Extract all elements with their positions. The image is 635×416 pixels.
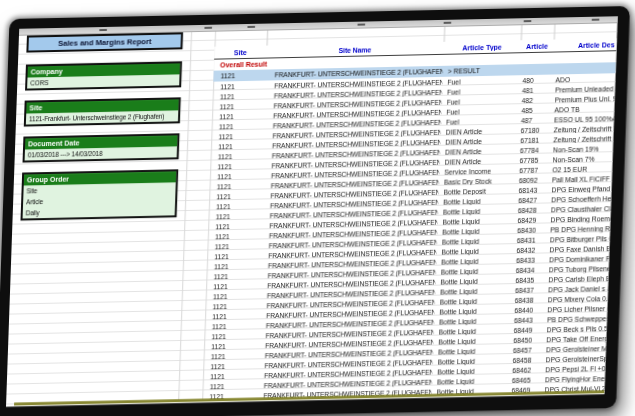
cell-site[interactable]: 1121 bbox=[212, 122, 264, 130]
cell-article-type[interactable]: Bottle Liquid bbox=[432, 357, 509, 366]
cell-article-type[interactable]: > RESULT bbox=[443, 66, 520, 75]
cell-article-type[interactable]: Basic Dry Stock bbox=[439, 177, 516, 186]
cell-site[interactable]: 1121 bbox=[204, 342, 256, 350]
cell-site[interactable]: 1121 bbox=[207, 262, 259, 270]
cell-site[interactable]: 1121 bbox=[206, 272, 258, 280]
cell-site[interactable]: 1121 bbox=[208, 232, 260, 240]
cell-site[interactable]: 1121 bbox=[209, 192, 261, 200]
cell-site[interactable]: 1121 bbox=[213, 72, 265, 80]
cell-article-type[interactable]: Bottle Liquid bbox=[437, 237, 514, 246]
cell-article-desc[interactable]: DPG Take Off Energ 1L + bbox=[543, 335, 606, 343]
cell-article[interactable]: 68458 bbox=[510, 356, 543, 364]
cell-article[interactable]: 67787 bbox=[516, 166, 549, 174]
cell-site[interactable]: 1121 bbox=[206, 282, 258, 290]
cell-article-desc[interactable]: DPG FlyingHor Ene Dri 0 bbox=[542, 375, 605, 383]
cell-article-type[interactable]: Bottle Liquid bbox=[438, 197, 515, 206]
cell-article-type[interactable]: Bottle Liquid bbox=[433, 337, 510, 346]
cell-article[interactable]: 67784 bbox=[517, 146, 550, 154]
cell-article[interactable]: 68450 bbox=[510, 336, 543, 344]
cell-article-type[interactable]: Bottle Deposit bbox=[438, 187, 515, 196]
column-header[interactable]: Article bbox=[520, 42, 553, 50]
filter-value-cell[interactable]: Daily bbox=[23, 204, 175, 218]
cell-article-desc[interactable] bbox=[553, 68, 616, 69]
cell-article[interactable]: 68443 bbox=[511, 316, 544, 324]
cell-article[interactable]: 68432 bbox=[513, 246, 546, 254]
cell-article-type[interactable]: Fuel bbox=[441, 107, 518, 116]
cell-article[interactable]: 68431 bbox=[514, 236, 547, 244]
cell-article-desc[interactable]: DPG Gerolsteiner Med bbox=[543, 345, 606, 353]
cell-site[interactable]: 1121 bbox=[210, 182, 262, 190]
cell-article[interactable]: 68435 bbox=[512, 276, 545, 284]
cell-article-type[interactable]: Bottle Liquid bbox=[434, 317, 511, 326]
cell-article-type[interactable]: Bottle Liquid bbox=[436, 257, 513, 266]
cell-article[interactable]: 68449 bbox=[511, 326, 544, 334]
filter-value-cell[interactable]: 01/03/2018 ---> 14/03/2018 bbox=[25, 146, 177, 160]
cell-site[interactable]: 1121 bbox=[206, 292, 258, 300]
cell-article[interactable]: 68437 bbox=[512, 286, 545, 294]
cell-article-type[interactable]: Bottle Liquid bbox=[433, 347, 510, 356]
cell-article-desc[interactable]: DPG Licher Pilsner 0.5L+ bbox=[544, 305, 607, 313]
cell-article[interactable]: 68427 bbox=[515, 196, 548, 204]
cell-article-type[interactable]: Bottle Liquid bbox=[432, 377, 509, 386]
cell-site[interactable]: 1121 bbox=[210, 162, 262, 170]
cell-article[interactable]: 68457 bbox=[510, 346, 543, 354]
cell-article-type[interactable]: Bottle Liquid bbox=[435, 277, 512, 286]
cell-site[interactable]: 1121 bbox=[208, 222, 260, 230]
cell-article-desc[interactable]: Zeitung / Zeitschrift 19% bbox=[550, 135, 613, 143]
column-header[interactable]: Site bbox=[214, 48, 266, 56]
column-header-strip[interactable] bbox=[19, 16, 618, 36]
cell-site[interactable]: 1121 bbox=[204, 352, 256, 360]
cell-site[interactable]: 1121 bbox=[211, 142, 263, 150]
cell-article-type[interactable]: Service Income bbox=[439, 167, 516, 176]
cell-article-type[interactable]: Bottle Liquid bbox=[436, 267, 513, 276]
cell-article-desc[interactable]: ADO bbox=[552, 75, 615, 83]
cell-article-desc[interactable]: DPG Pepsi 2L Fl +0.25 P bbox=[542, 365, 605, 373]
cell-site[interactable]: 1121 bbox=[212, 102, 264, 110]
cell-site[interactable]: 1121 bbox=[213, 92, 265, 100]
cell-article[interactable]: 68092 bbox=[516, 176, 549, 184]
cell-article-type[interactable]: DIEN Article bbox=[440, 127, 517, 136]
cell-article-type[interactable]: Bottle Liquid bbox=[432, 367, 509, 376]
cell-article-desc[interactable]: DPG Bitburger Pils 0.5L bbox=[547, 235, 610, 243]
cell-article[interactable]: 481 bbox=[519, 86, 552, 94]
cell-article-type[interactable]: Bottle Liquid bbox=[435, 287, 512, 296]
cell-site[interactable]: 1121 bbox=[207, 252, 259, 260]
cell-site[interactable]: 1121 bbox=[209, 212, 261, 220]
cell-article[interactable]: 68428 bbox=[515, 206, 548, 214]
cell-article[interactable]: 482 bbox=[519, 96, 552, 104]
cell-article-desc[interactable]: O2 15 EUR bbox=[549, 165, 612, 173]
cell-article-type[interactable]: Bottle Liquid bbox=[436, 247, 513, 256]
cell-article[interactable] bbox=[520, 69, 553, 70]
cell-article-desc[interactable]: Premium Plus Unl. 98 O bbox=[552, 95, 615, 103]
cell-site[interactable]: 1121 bbox=[203, 362, 255, 370]
cell-article[interactable]: 68440 bbox=[511, 306, 544, 314]
cell-article[interactable]: 68430 bbox=[514, 226, 547, 234]
cell-article-desc[interactable]: DPG GerolsteinerSprud bbox=[543, 355, 606, 363]
cell-article-type[interactable]: Bottle Liquid bbox=[437, 217, 514, 226]
cell-article-desc[interactable]: DPG Binding Roemer Pi bbox=[547, 215, 610, 223]
cell-article[interactable]: 68462 bbox=[509, 366, 542, 374]
cell-article-desc[interactable]: DPG Faxe Danish Beer 1 bbox=[546, 245, 609, 253]
cell-site[interactable]: 1121 bbox=[205, 312, 257, 320]
cell-article-type[interactable]: DIEN Article bbox=[440, 137, 517, 146]
cell-article-desc[interactable]: DPG Schoefferh Hefew bbox=[548, 195, 611, 203]
cell-article-desc[interactable]: ADO TB bbox=[551, 105, 614, 113]
cell-article[interactable]: 68429 bbox=[514, 216, 547, 224]
column-header[interactable]: Site Name bbox=[266, 44, 443, 55]
cell-article-type[interactable]: Bottle Liquid bbox=[438, 207, 515, 216]
cell-article-desc[interactable]: Premium Unleaded 95 ( bbox=[552, 85, 615, 93]
cell-article-type[interactable]: Bottle Liquid bbox=[433, 327, 510, 336]
cell-article[interactable]: 485 bbox=[518, 106, 551, 114]
cell-site[interactable]: 1121 bbox=[203, 382, 255, 390]
cell-site[interactable]: 1121 bbox=[213, 82, 265, 90]
cell-article[interactable]: 68434 bbox=[513, 266, 546, 274]
cell-site[interactable]: 1121 bbox=[204, 332, 256, 340]
cell-site[interactable]: 1121 bbox=[212, 112, 264, 120]
cell-article[interactable]: 68433 bbox=[513, 256, 546, 264]
cell-article-type[interactable]: Fuel bbox=[441, 117, 518, 126]
cell-article-desc[interactable]: PB DPG Schweppes Bit l bbox=[544, 315, 607, 323]
column-header[interactable]: Article Des bbox=[553, 41, 616, 49]
cell-article-desc[interactable]: Non-Scan 19% bbox=[550, 145, 613, 153]
cell-article-type[interactable]: Bottle Liquid bbox=[437, 227, 514, 236]
cell-article-desc[interactable]: DPG Dominikaner Pils 0 bbox=[546, 255, 609, 263]
